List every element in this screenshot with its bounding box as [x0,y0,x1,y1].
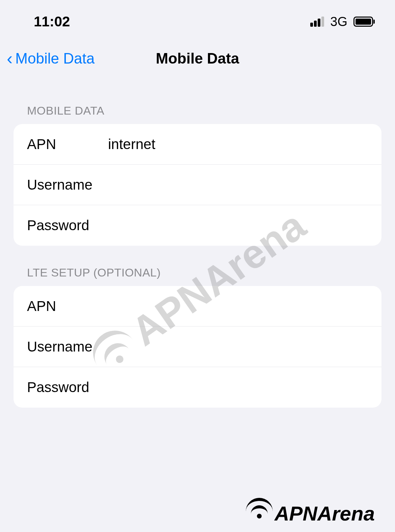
section-mobile-data: MOBILE DATA APN Username Password [0,104,395,246]
input-lte-password[interactable] [108,379,368,395]
back-button[interactable]: ‹ Mobile Data [7,50,95,67]
row-username[interactable]: Username [14,165,381,205]
row-password[interactable]: Password [14,205,381,246]
back-label: Mobile Data [15,50,95,67]
network-type: 3G [330,15,347,29]
label-lte-username: Username [27,339,108,355]
row-lte-username[interactable]: Username [14,327,381,367]
table-mobile-data: APN Username Password [14,124,381,246]
status-time: 11:02 [34,14,70,30]
chevron-left-icon: ‹ [7,50,12,67]
footer-logo-text: APNArena [274,502,375,525]
section-lte: LTE SETUP (OPTIONAL) APN Username Passwo… [0,266,395,408]
status-bar: 11:02 3G [0,0,395,40]
section-header-lte: LTE SETUP (OPTIONAL) [0,266,395,286]
row-lte-apn[interactable]: APN [14,286,381,327]
signal-icon [310,17,324,27]
row-lte-password[interactable]: Password [14,367,381,408]
wifi-icon [246,504,273,524]
status-indicators: 3G [310,15,375,29]
label-lte-apn: APN [27,298,108,314]
input-lte-username[interactable] [108,339,368,355]
battery-icon [353,17,375,27]
input-username[interactable] [108,177,368,193]
input-password[interactable] [108,217,368,234]
row-apn[interactable]: APN [14,124,381,165]
input-lte-apn[interactable] [108,298,368,314]
label-lte-password: Password [27,379,108,395]
label-apn: APN [27,136,108,152]
footer-logo: APNArena [246,502,375,525]
label-password: Password [27,217,108,234]
table-lte: APN Username Password [14,286,381,408]
input-apn[interactable] [108,136,368,152]
label-username: Username [27,177,108,193]
section-header-mobile-data: MOBILE DATA [0,104,395,124]
navigation-bar: ‹ Mobile Data Mobile Data [0,40,395,84]
